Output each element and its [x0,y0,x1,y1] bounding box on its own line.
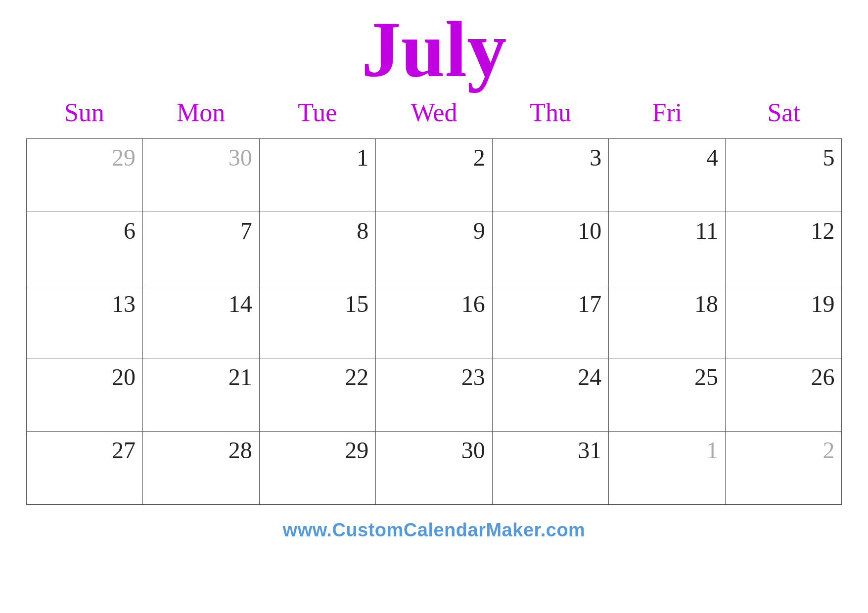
calendar-cell: 19 [726,285,842,358]
calendar-cell: 8 [260,212,376,285]
calendar-cell: 5 [726,139,842,212]
calendar-cell: 17 [493,285,609,358]
day-header: Fri [609,94,726,131]
calendar-cell: 24 [493,358,609,432]
calendar-cell: 29 [260,432,376,505]
calendar-cell: 30 [376,432,493,505]
calendar-cell: 18 [609,285,726,358]
month-title: July [362,10,506,89]
calendar-cell: 16 [376,285,493,358]
calendar-cell: 29 [27,139,143,212]
footer-url: www.CustomCalendarMaker.com [283,520,586,541]
day-header: Wed [376,94,493,131]
calendar-cell: 1 [609,432,726,505]
day-header: Sat [726,94,842,131]
calendar-cell: 4 [609,139,726,212]
calendar-cell: 6 [27,212,143,285]
calendar-cell: 9 [376,212,493,285]
calendar-cell: 30 [143,139,260,212]
day-header: Sun [26,94,143,131]
calendar-cell: 13 [27,285,143,358]
calendar-cell: 20 [27,358,143,432]
calendar-cell: 22 [260,358,376,432]
calendar-cell: 21 [143,358,260,432]
calendar-cell: 1 [260,139,376,212]
calendar-cell: 26 [726,358,842,432]
calendar-cell: 23 [376,358,493,432]
calendar-cell: 7 [143,212,260,285]
calendar-cell: 10 [493,212,609,285]
day-header: Mon [142,94,259,131]
day-headers-row: SunMonTueWedThuFriSat [26,94,842,131]
calendar-cell: 31 [493,432,609,505]
calendar-cell: 28 [143,432,260,505]
calendar-cell: 11 [609,212,726,285]
calendar-grid: 2930123456789101112131415161718192021222… [26,138,842,505]
day-header: Tue [259,94,376,131]
calendar-cell: 15 [260,285,376,358]
calendar-container: SunMonTueWedThuFriSat 293012345678910111… [26,94,842,505]
day-header: Thu [492,94,609,131]
calendar-cell: 25 [609,358,726,432]
calendar-cell: 14 [143,285,260,358]
calendar-cell: 27 [27,432,143,505]
calendar-cell: 2 [376,139,493,212]
calendar-cell: 2 [726,432,842,505]
calendar-cell: 3 [493,139,609,212]
calendar-cell: 12 [726,212,842,285]
